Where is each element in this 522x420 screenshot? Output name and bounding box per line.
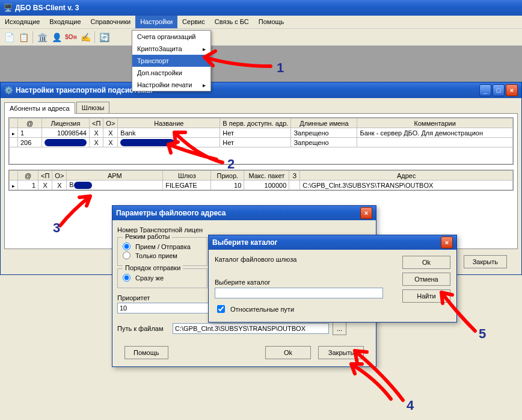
menu-service[interactable]: Сервис <box>177 16 210 28</box>
app-icon: 🖥️ <box>4 4 13 12</box>
col-p[interactable]: <П <box>38 171 52 181</box>
app-titlebar: 🖥️ ДБО BS-Client v. 3 <box>0 0 522 16</box>
maximize-button[interactable]: □ <box>493 84 505 96</box>
order-legend: Порядок отправки <box>123 264 183 271</box>
col-o[interactable]: О> <box>52 171 67 181</box>
mode-legend: Режим работы <box>123 233 172 240</box>
col-o[interactable]: О> <box>103 119 118 128</box>
find-button[interactable]: Найти <box>402 289 450 303</box>
browse-button[interactable]: ... <box>333 322 346 335</box>
col-prior[interactable]: Приор. <box>211 171 244 181</box>
col-marker <box>10 119 18 128</box>
close-icon[interactable]: × <box>441 236 453 249</box>
close-icon[interactable]: × <box>360 207 372 219</box>
col-p[interactable]: <П <box>90 119 103 128</box>
svg-text:5: 5 <box>479 326 486 341</box>
cancel-button[interactable]: Отмена <box>402 273 450 286</box>
tb-rur-icon[interactable]: $Он <box>64 31 78 44</box>
tb-user-icon[interactable]: 👤 <box>50 31 63 44</box>
tabs: Абоненты и адреса Шлюзы <box>1 98 521 113</box>
select-catalog-label: Выберите каталог <box>215 279 271 286</box>
window-icon: ⚙️ <box>4 86 13 94</box>
params-title: Параметры файлового адреса <box>116 209 226 217</box>
tb-sign-icon[interactable]: ✍️ <box>79 31 92 44</box>
tb-sep <box>94 31 95 43</box>
col-addr[interactable]: Адрес <box>300 171 513 181</box>
path-input[interactable] <box>173 323 329 334</box>
redacted <box>120 139 174 146</box>
dd-print[interactable]: Настройки печати <box>132 79 210 91</box>
mode-receive-radio[interactable] <box>123 252 130 259</box>
tb-new-icon[interactable]: 📄 <box>2 31 16 44</box>
tb-edit-icon[interactable]: 📋 <box>17 31 30 44</box>
menu-settings[interactable]: Настройки <box>135 16 177 28</box>
table-row[interactable]: 206 X X Нет Запрещено <box>10 138 513 147</box>
menu-connection[interactable]: Связь с БС <box>210 16 254 28</box>
tab-gateways[interactable]: Шлюзы <box>76 102 110 113</box>
col-gate[interactable]: Шлюз <box>163 171 211 181</box>
browse-dialog: Выберите каталог × Каталог файлового шлю… <box>208 235 457 323</box>
tb-sep <box>32 31 33 43</box>
menu-incoming[interactable]: Входящие <box>45 16 85 28</box>
path-label: Путь к файлам <box>117 325 169 332</box>
col-name[interactable]: Название <box>118 119 220 128</box>
col-at[interactable]: @ <box>18 119 42 128</box>
dd-crypto[interactable]: КриптоЗащита <box>132 43 210 55</box>
col-license[interactable]: Лицензия <box>42 119 90 128</box>
table-row[interactable]: 1 X X B FILEGATE 10 100000 C:\GPB_Clnt.3… <box>10 181 513 190</box>
redacted <box>74 182 92 189</box>
redacted <box>45 139 87 146</box>
menu-reference[interactable]: Справочники <box>86 16 136 28</box>
col-maxpkt[interactable]: Макс. пакет <box>244 171 289 181</box>
col-arm[interactable]: АРМ <box>67 171 163 181</box>
col-firstaddr[interactable]: В перв. доступн. адр. <box>220 119 291 128</box>
relative-label[interactable]: Относительные пути <box>230 306 294 313</box>
menu-outgoing[interactable]: Исходящие <box>0 16 45 28</box>
close-button[interactable]: Закрыть <box>318 346 364 359</box>
help-button[interactable]: Помощь <box>124 346 168 359</box>
dd-transport[interactable]: Транспорт <box>132 55 210 67</box>
close-button[interactable]: Закрыть <box>464 255 507 268</box>
ok-button[interactable]: Ok <box>402 256 450 269</box>
priority-label: Приоритет <box>117 294 150 301</box>
settings-dropdown: Счета организаций КриптоЗащита Транспорт… <box>132 30 211 91</box>
catalog-path-input[interactable] <box>215 288 383 298</box>
order-now-radio[interactable] <box>123 274 130 282</box>
dd-extra[interactable]: Доп.настройки <box>132 67 210 79</box>
tb-refresh-icon[interactable]: 🔄 <box>97 31 111 44</box>
col-comment[interactable]: Комментарии <box>357 119 513 128</box>
browse-title: Выберите каталог <box>212 238 278 247</box>
minimize-button[interactable]: _ <box>479 84 491 96</box>
dd-accounts[interactable]: Счета организаций <box>132 31 210 43</box>
close-button[interactable]: × <box>506 84 518 96</box>
table-row[interactable]: 1 10098544 X X Bank Нет Запрещено Банк -… <box>10 128 513 138</box>
ok-button[interactable]: Ok <box>265 346 311 359</box>
tab-abonents[interactable]: Абоненты и адреса <box>4 102 75 114</box>
grid-arm[interactable]: @ <П О> АРМ Шлюз Приор. Макс. пакет З Ад… <box>8 170 514 191</box>
col-longnames[interactable]: Длинные имена <box>291 119 357 128</box>
relative-checkbox[interactable] <box>217 305 225 313</box>
chevron-right-icon <box>203 81 206 88</box>
col-at[interactable]: @ <box>18 171 38 181</box>
toolbar: 📄 📋 🏛️ 👤 $Он ✍️ 🔄 <box>0 29 522 46</box>
gate-catalog-label: Каталог файлового шлюза <box>215 256 296 263</box>
grid-abonents[interactable]: @ Лицензия <П О> Название В перв. доступ… <box>8 117 514 165</box>
tb-bank-icon[interactable]: 🏛️ <box>35 31 49 44</box>
col-z[interactable]: З <box>289 171 300 181</box>
col-marker <box>10 171 18 181</box>
app-title: ДБО BS-Client v. 3 <box>15 4 79 12</box>
mode-both-radio[interactable] <box>123 242 130 250</box>
menubar: Исходящие Входящие Справочники Настройки… <box>0 16 522 29</box>
svg-text:4: 4 <box>407 398 414 413</box>
menu-help[interactable]: Помощь <box>254 16 289 28</box>
chevron-right-icon <box>203 45 206 52</box>
